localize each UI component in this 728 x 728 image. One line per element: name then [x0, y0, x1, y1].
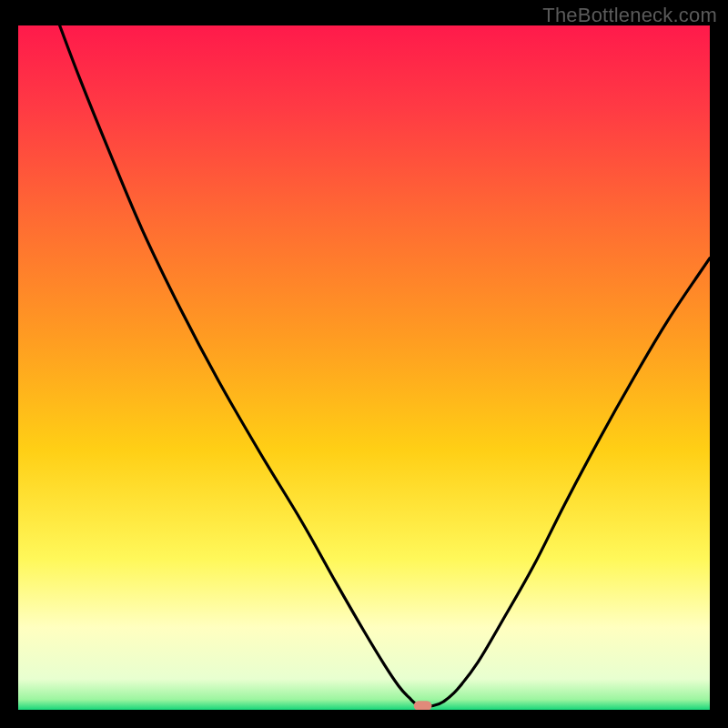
- gradient-background: [18, 25, 710, 710]
- watermark-text: TheBottleneck.com: [542, 4, 717, 27]
- optimal-point-marker: [414, 701, 432, 710]
- chart-frame: TheBottleneck.com: [0, 0, 728, 728]
- chart-svg: [18, 25, 710, 710]
- plot-area: [18, 25, 710, 710]
